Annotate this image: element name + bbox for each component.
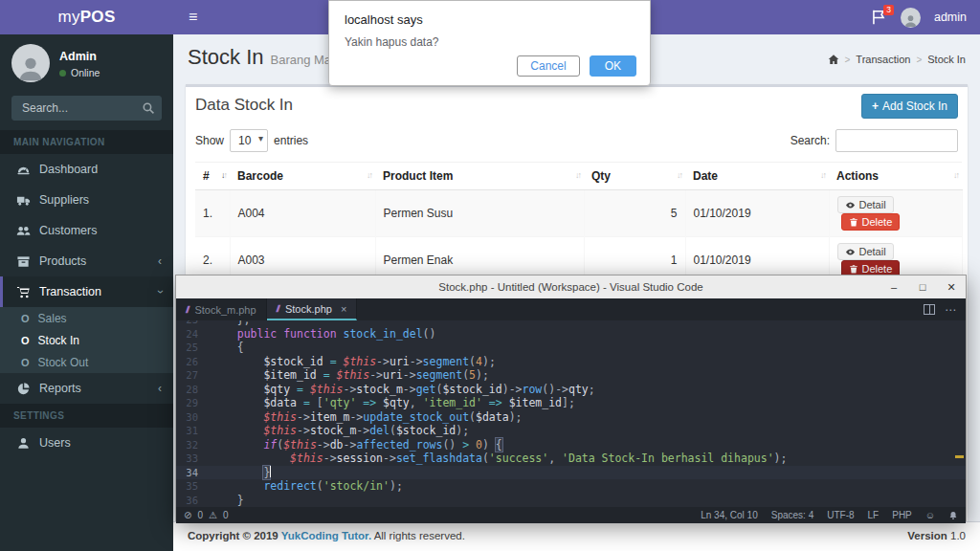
gauge-icon bbox=[16, 163, 31, 177]
sidebar-item-products[interactable]: Products‹ bbox=[0, 246, 173, 276]
notifications-flag-icon[interactable]: 3 bbox=[870, 9, 887, 26]
chevron-left-icon: ‹ bbox=[158, 382, 162, 395]
sort-icon: ↓↑ bbox=[367, 170, 371, 180]
status-item[interactable]: LF bbox=[868, 510, 880, 520]
sidebar-subitem-sales[interactable]: OSales bbox=[0, 307, 173, 329]
search-input[interactable] bbox=[11, 96, 162, 121]
username-label[interactable]: admin bbox=[934, 11, 967, 24]
detail-button[interactable]: Detail bbox=[837, 196, 894, 213]
sidebar-item-dashboard[interactable]: Dashboard bbox=[0, 154, 173, 185]
truck-icon bbox=[16, 193, 31, 208]
line-number: 25 bbox=[176, 341, 211, 355]
close-tab-icon[interactable]: × bbox=[341, 303, 346, 315]
sidebar-item-customers[interactable]: Customers bbox=[0, 215, 173, 246]
notifications-bell-icon[interactable] bbox=[948, 511, 958, 520]
qty-cell: 5 bbox=[584, 190, 685, 237]
status-item[interactable]: Spaces: 4 bbox=[771, 510, 813, 520]
sidebar-subitem-stock-out[interactable]: OStock Out bbox=[0, 351, 173, 373]
brand-bold: POS bbox=[80, 8, 116, 27]
col-header-barcode[interactable]: Barcode↓↑ bbox=[230, 163, 375, 190]
nav-header-settings: SETTINGS bbox=[0, 404, 173, 428]
tab-stock-php[interactable]: 🙼 Stock.php × bbox=[267, 298, 358, 320]
hamburger-menu-icon[interactable]: ≡ bbox=[173, 0, 212, 34]
notification-badge: 3 bbox=[883, 5, 894, 15]
text-cursor bbox=[270, 466, 271, 477]
line-number: 33 bbox=[176, 452, 211, 466]
sidebar-item-suppliers[interactable]: Suppliers bbox=[0, 185, 173, 215]
person-icon bbox=[903, 13, 918, 28]
sidebar-subitem-label: Stock Out bbox=[38, 356, 89, 369]
sidebar-subitem-stock-in[interactable]: OStock In bbox=[0, 329, 173, 351]
status-item[interactable]: Ln 34, Col 10 bbox=[701, 510, 758, 520]
app-logo[interactable]: myPOS bbox=[0, 0, 173, 34]
yukcoding-link[interactable]: YukCoding Tutor. bbox=[281, 530, 371, 541]
cart-icon bbox=[16, 285, 31, 299]
maximize-button[interactable]: □ bbox=[908, 276, 937, 298]
search-icon[interactable] bbox=[142, 101, 155, 115]
table-search-input[interactable] bbox=[835, 129, 958, 152]
split-editor-icon[interactable] bbox=[924, 304, 935, 315]
brand-light: my bbox=[57, 8, 79, 27]
entries-label: entries bbox=[274, 134, 308, 147]
detail-button-label: Detail bbox=[859, 246, 886, 257]
php-file-icon: 🙼 bbox=[277, 303, 280, 315]
line-number: 34 bbox=[176, 466, 211, 480]
col-header-product-item[interactable]: Product Item↓↑ bbox=[375, 163, 584, 190]
code-line: 24 public function stock_in_del() bbox=[176, 327, 966, 342]
col-header-number[interactable]: #↓↑ bbox=[195, 163, 230, 190]
table-search-label: Search: bbox=[791, 134, 830, 147]
detail-button-label: Detail bbox=[859, 199, 886, 210]
cancel-button[interactable]: Cancel bbox=[517, 55, 579, 77]
add-stock-in-button[interactable]: +Add Stock In bbox=[861, 94, 958, 119]
delete-button[interactable]: Delete bbox=[841, 213, 901, 231]
code-line: 28 $qty = $this->stock_m->get($stock_id)… bbox=[176, 383, 966, 397]
sidebar-item-label: Users bbox=[39, 436, 71, 450]
copyright-text: Copyright © 2019 bbox=[188, 530, 281, 541]
line-number: 35 bbox=[176, 479, 211, 494]
nav-header-main: MAIN NAVIGATION bbox=[0, 130, 173, 154]
user-panel: Admin Online bbox=[0, 34, 173, 90]
box-icon bbox=[16, 254, 31, 269]
sidebar-item-reports[interactable]: Reports‹ bbox=[0, 373, 173, 404]
transaction-submenu: OSalesOStock InOStock Out bbox=[0, 307, 173, 373]
line-number: 30 bbox=[176, 410, 211, 425]
ok-button[interactable]: OK bbox=[590, 55, 636, 77]
tab-stock-m-php[interactable]: 🙼 Stock_m.php bbox=[176, 298, 267, 320]
code-line: 26 $stock_id = $this->uri->segment(4); bbox=[176, 355, 966, 369]
table-row: 1.A004Permen Susu501/10/2019DetailDelete bbox=[195, 190, 962, 237]
sidebar-item-label: Reports bbox=[39, 382, 81, 395]
sort-icon: ↓↑ bbox=[820, 170, 825, 180]
home-icon[interactable] bbox=[828, 54, 839, 65]
sort-icon: ↓↑ bbox=[221, 170, 226, 180]
col-header-date[interactable]: Date↓↑ bbox=[685, 163, 829, 190]
detail-button[interactable]: Detail bbox=[837, 243, 894, 260]
status-item[interactable]: PHP bbox=[892, 510, 912, 520]
problems-indicator[interactable]: ⊘0 ⚠0 bbox=[184, 510, 228, 520]
vscode-titlebar[interactable]: Stock.php - Untitled (Workspace) - Visua… bbox=[176, 276, 966, 298]
warnings-icon: ⚠ bbox=[209, 510, 217, 520]
sidebar-nav: DashboardSuppliersCustomersProducts‹Tran… bbox=[0, 154, 173, 404]
code-line: 34 } bbox=[176, 466, 966, 480]
close-button[interactable]: ✕ bbox=[937, 276, 966, 298]
breadcrumb-transaction[interactable]: Transaction bbox=[856, 54, 910, 65]
eye-icon bbox=[845, 200, 856, 210]
code-editor[interactable]: 23 },24 public function stock_in_del()25… bbox=[176, 320, 966, 507]
code-line: 35 redirect('stock/in'); bbox=[176, 479, 966, 494]
card-title: Data Stock In bbox=[195, 96, 958, 115]
dialog-title: localhost says bbox=[345, 12, 635, 27]
php-file-icon: 🙼 bbox=[186, 304, 189, 316]
minimize-button[interactable]: – bbox=[880, 276, 908, 298]
sidebar-item-users[interactable]: Users bbox=[0, 428, 173, 458]
code-line: 25 { bbox=[176, 341, 966, 355]
online-dot-icon bbox=[59, 70, 66, 77]
page-size-select[interactable]: 10 bbox=[230, 129, 268, 152]
status-item[interactable]: UTF-8 bbox=[827, 510, 854, 520]
sidebar-item-transaction[interactable]: Transaction‹ bbox=[0, 276, 173, 307]
feedback-smiley-icon[interactable]: ☺ bbox=[925, 510, 935, 520]
col-header-actions[interactable]: Actions↓↑ bbox=[829, 163, 962, 190]
chevron-left-icon: ‹ bbox=[158, 254, 162, 268]
col-header-qty[interactable]: Qty↓↑ bbox=[584, 163, 685, 190]
user-menu-avatar[interactable] bbox=[901, 8, 921, 28]
more-actions-icon[interactable]: ⋯ bbox=[945, 303, 956, 317]
overview-ruler-marker bbox=[955, 455, 964, 458]
